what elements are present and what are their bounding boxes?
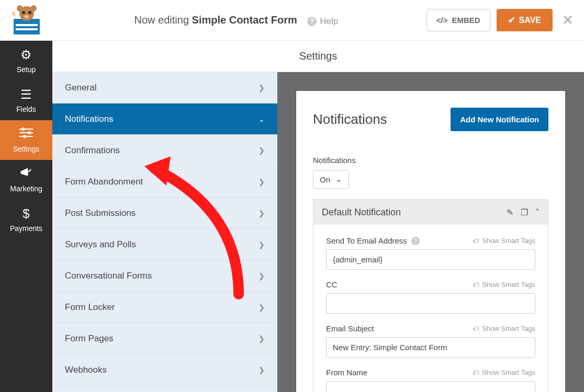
help-label: Help (320, 16, 338, 27)
subnav-label: Confirmations (65, 145, 120, 156)
smart-tags-link[interactable]: 🏷 Show Smart Tags (473, 237, 535, 245)
email-subject-input[interactable] (326, 337, 535, 358)
tag-icon: 🏷 (473, 237, 479, 245)
smart-tags-link[interactable]: 🏷 Show Smart Tags (473, 325, 535, 332)
sliders-icon (19, 127, 33, 142)
sidebar-item-payments[interactable]: $ Payments (0, 200, 52, 239)
gear-icon: ⚙ (20, 48, 32, 62)
chevron-down-icon: ⌄ (335, 175, 342, 184)
field-label: Email Subject (326, 324, 374, 333)
svg-point-13 (28, 132, 30, 134)
notifications-toggle-label: Notifications (313, 156, 548, 165)
subnav-item-surveys-and-polls[interactable]: Surveys and Polls ❯ (52, 229, 277, 260)
chevron-up-icon[interactable]: ˄ (535, 207, 540, 217)
subnav-label: Surveys and Polls (65, 239, 136, 250)
svg-rect-1 (16, 24, 38, 26)
sidebar-label: Settings (13, 145, 40, 153)
main-panel: Notifications Add New Notification Notif… (277, 72, 584, 392)
notification-group: Default Notification ✎ ❐ ˄ (313, 199, 548, 392)
chevron-right-icon: ❯ (259, 84, 265, 92)
svg-rect-0 (14, 19, 40, 34)
panel-title: Notifications (313, 111, 387, 128)
now-editing-text: Now editing (134, 14, 189, 26)
embed-label: EMBED (452, 16, 480, 25)
subnav-item-general[interactable]: General ❯ (52, 72, 277, 103)
subnav-item-form-abandonment[interactable]: Form Abandonment ❯ (52, 166, 277, 198)
subnav-item-notifications[interactable]: Notifications ⌄ (52, 103, 277, 135)
settings-subnav: General ❯ Notifications ⌄ Confirmations … (52, 72, 277, 392)
svg-point-4 (22, 11, 25, 14)
svg-point-14 (24, 135, 26, 137)
tag-icon: 🏷 (473, 281, 479, 289)
subnav-label: Notifications (65, 114, 114, 124)
form-name: Simple Contact Form (192, 14, 297, 26)
embed-button[interactable]: </> EMBED (426, 9, 490, 31)
chevron-right-icon: ❯ (259, 272, 265, 280)
subnav-item-conversational-forms[interactable]: Conversational Forms ❯ (52, 260, 277, 292)
svg-point-5 (28, 11, 31, 14)
svg-point-8 (30, 5, 37, 11)
sidebar-label: Marketing (10, 185, 42, 193)
sidebar-item-marketing[interactable]: Marketing (0, 160, 52, 200)
chevron-down-icon: ⌄ (259, 115, 265, 123)
toggle-value: On (320, 175, 330, 184)
subnav-item-webhooks[interactable]: Webhooks ❯ (52, 354, 277, 386)
subnav-item-form-locker[interactable]: Form Locker ❯ (52, 292, 277, 323)
list-icon: ☰ (20, 87, 32, 102)
code-icon: </> (436, 16, 448, 25)
chevron-right-icon: ❯ (259, 178, 265, 186)
send-to-input[interactable] (326, 249, 535, 270)
question-icon[interactable]: ? (411, 237, 420, 245)
subnav-label: Post Submissions (65, 208, 136, 218)
svg-point-12 (22, 128, 24, 130)
field-label: CC (326, 280, 338, 289)
subnav-label: Webhooks (65, 365, 107, 375)
svg-rect-2 (16, 28, 38, 30)
smart-tags-link[interactable]: 🏷 Show Smart Tags (473, 368, 535, 376)
sidebar-label: Setup (17, 65, 36, 74)
smart-tags-link[interactable]: 🏷 Show Smart Tags (473, 281, 535, 289)
help-link[interactable]: ? Help (307, 16, 338, 27)
pencil-icon[interactable]: ✎ (507, 207, 513, 217)
editing-label: Now editing Simple Contact Form ? Help (53, 14, 426, 27)
add-notification-button[interactable]: Add New Notification (451, 108, 548, 131)
bullhorn-icon (19, 167, 33, 181)
chevron-right-icon: ❯ (259, 209, 265, 217)
group-header[interactable]: Default Notification ✎ ❐ ˄ (313, 200, 548, 225)
close-icon[interactable]: ✕ (562, 12, 574, 28)
subnav-label: General (65, 83, 96, 93)
wpforms-logo (10, 4, 43, 37)
save-label: SAVE (519, 16, 541, 25)
notifications-card: Notifications Add New Notification Notif… (296, 91, 565, 392)
sidebar-item-setup[interactable]: ⚙ Setup (0, 41, 52, 80)
topbar: Now editing Simple Contact Form ? Help <… (0, 0, 584, 41)
sidebar-item-settings[interactable]: Settings (0, 120, 52, 160)
question-icon: ? (307, 17, 317, 26)
chevron-right-icon: ❯ (259, 146, 265, 155)
svg-point-6 (25, 15, 29, 18)
subnav-item-post-submissions[interactable]: Post Submissions ❯ (52, 198, 277, 229)
subnav-item-form-pages[interactable]: Form Pages ❯ (52, 323, 277, 354)
check-icon: ✔ (508, 15, 515, 25)
save-button[interactable]: ✔ SAVE (497, 9, 553, 31)
notifications-toggle-select[interactable]: On ⌄ (313, 170, 349, 189)
cc-input[interactable] (326, 293, 535, 314)
from-name-input[interactable] (326, 381, 535, 392)
page-title: Settings (52, 41, 584, 72)
chevron-right-icon: ❯ (259, 335, 265, 343)
subnav-label: Conversational Forms (65, 271, 152, 281)
copy-icon[interactable]: ❐ (521, 207, 528, 217)
chevron-right-icon: ❯ (259, 240, 265, 249)
subnav-label: Form Pages (65, 333, 114, 344)
tag-icon: 🏷 (473, 369, 479, 376)
sidebar: ⚙ Setup ☰ Fields Settings Marketing $ Pa… (0, 41, 52, 392)
subnav-item-confirmations[interactable]: Confirmations ❯ (52, 135, 277, 166)
chevron-right-icon: ❯ (259, 303, 265, 312)
field-label: From Name (326, 368, 367, 377)
group-title: Default Notification (322, 207, 401, 218)
tag-icon: 🏷 (473, 325, 479, 332)
field-label: Send To Email Address ? (326, 236, 420, 245)
sidebar-label: Payments (10, 224, 42, 233)
sidebar-item-fields[interactable]: ☰ Fields (0, 80, 52, 120)
subnav-label: Form Abandonment (65, 177, 143, 187)
